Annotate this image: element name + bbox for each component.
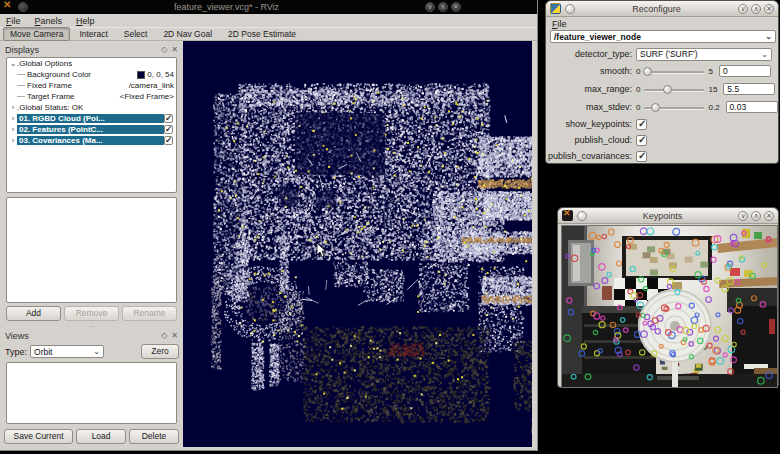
max-range-slider[interactable] [644, 84, 704, 95]
views-panel-title: Views [5, 331, 29, 341]
max-range-value-field[interactable]: 5.5 [723, 83, 775, 95]
window-menu-button[interactable] [18, 2, 28, 12]
publish-covariances-checkbox[interactable] [636, 151, 647, 162]
panel-close-icon[interactable]: ✕ [171, 45, 178, 55]
show-keypoints-checkbox[interactable] [636, 119, 647, 130]
node-select-combo[interactable]: /feature_viewer_node ⌄ [550, 30, 776, 43]
left-dock: Displays ◇ ✕ .Global Options Background … [0, 41, 183, 447]
window-menu-button[interactable] [565, 4, 575, 14]
detector-type-label: detector_type: [546, 49, 636, 59]
slider-handle[interactable] [651, 103, 660, 112]
maximize-icon[interactable] [751, 211, 761, 221]
publish-covariances-label: publish_covariances: [546, 151, 636, 161]
reconfigure-title: Reconfigure [579, 4, 734, 14]
prop-background-color[interactable]: Background Color [27, 70, 91, 79]
tree-global-status[interactable]: .Global Status: OK [17, 103, 83, 112]
3d-viewport[interactable] [183, 41, 532, 447]
minimize-icon[interactable] [738, 4, 748, 14]
detector-type-combo[interactable]: SURF ('SURF') ⌄ [636, 48, 772, 61]
tool-interact[interactable]: Interact [72, 27, 114, 41]
menu-file[interactable]: File [6, 16, 21, 26]
save-current-button[interactable]: Save Current [4, 429, 73, 444]
remove-button[interactable]: Remove [64, 306, 119, 321]
slider-min: 0 [636, 67, 640, 76]
tree-global-options[interactable]: .Global Options [17, 59, 72, 68]
slider-handle[interactable] [643, 67, 652, 76]
display-item-covariances[interactable]: 03. Covariances (Ma... [17, 136, 164, 145]
rviz-titlebar[interactable]: feature_viewer.vcg* - RViz [0, 0, 537, 14]
menubar: File Panels Help [0, 14, 537, 27]
python-icon [550, 3, 561, 14]
publish-cloud-checkbox[interactable] [636, 135, 647, 146]
pointcloud-canvas[interactable] [183, 41, 532, 447]
keypoints-app-icon [562, 210, 573, 221]
close-icon[interactable] [451, 2, 461, 12]
slider-max: 15 [708, 85, 717, 94]
views-list[interactable] [6, 362, 177, 424]
display-checkbox[interactable] [164, 114, 173, 123]
keypoints-image [561, 225, 778, 388]
window-title: feature_viewer.vcg* - RViz [28, 2, 425, 12]
max-stdev-value-field[interactable]: 0.03 [726, 101, 778, 113]
color-swatch[interactable] [137, 71, 145, 79]
close-icon[interactable] [764, 4, 774, 14]
tool-2d-nav-goal[interactable]: 2D Nav Goal [156, 27, 219, 41]
menu-file[interactable]: File [552, 19, 567, 29]
slider-max: 0.2 [708, 103, 719, 112]
displays-panel-title: Displays [5, 45, 39, 55]
display-checkbox[interactable] [164, 136, 173, 145]
display-item-features[interactable]: 02. Features (PointC... [17, 125, 164, 134]
prop-fixed-frame[interactable]: Fixed Frame [27, 81, 72, 90]
display-checkbox[interactable] [164, 125, 173, 134]
slider-handle[interactable] [663, 85, 672, 94]
rename-button[interactable]: Rename [122, 306, 177, 321]
prop-target-frame-value: <Fixed Frame> [120, 92, 174, 101]
undock-icon[interactable]: ◇ [161, 331, 167, 341]
close-icon[interactable] [764, 211, 774, 221]
view-type-combo[interactable]: Orbit ⌄ [30, 345, 104, 358]
maximize-icon[interactable] [751, 4, 761, 14]
views-panel-header: Views ◇ ✕ [2, 329, 181, 342]
view-type-value: Orbit [34, 347, 52, 357]
keypoints-titlebar[interactable]: Keypoints [558, 208, 778, 224]
smooth-value-field[interactable]: 0 [719, 65, 771, 77]
displays-tree[interactable]: .Global Options Background Color 0, 0, 5… [6, 57, 177, 193]
rviz-window: feature_viewer.vcg* - RViz File Panels H… [0, 0, 538, 451]
keypoints-window: Keypoints [557, 207, 779, 388]
zero-button[interactable]: Zero [141, 344, 179, 359]
prop-target-frame[interactable]: Target Frame [27, 92, 75, 101]
menu-help[interactable]: Help [76, 16, 95, 26]
show-keypoints-label: show_keypoints: [546, 119, 636, 129]
minimize-icon[interactable] [425, 2, 435, 12]
display-properties-box[interactable] [6, 197, 177, 303]
undock-icon[interactable]: ◇ [161, 45, 167, 55]
tool-2d-pose-estimate[interactable]: 2D Pose Estimate [221, 27, 303, 41]
panel-close-icon[interactable]: ✕ [171, 331, 178, 341]
window-menu-button[interactable] [577, 211, 587, 221]
smooth-slider[interactable] [644, 66, 704, 77]
expander-icon[interactable] [9, 59, 17, 68]
max-stdev-slider[interactable] [644, 102, 704, 113]
expander-icon[interactable] [9, 114, 17, 123]
slider-max: 5 [708, 67, 712, 76]
tree-line [17, 96, 25, 97]
detector-type-value: SURF ('SURF') [640, 49, 698, 59]
minimize-icon[interactable] [738, 211, 748, 221]
rviz-app-icon [3, 2, 13, 12]
toolbar: Move Camera Interact Select 2D Nav Goal … [0, 27, 537, 41]
tool-select[interactable]: Select [117, 27, 155, 41]
expander-icon[interactable] [9, 125, 17, 134]
display-item-rgbd-cloud[interactable]: 01. RGBD Cloud (Poi... [17, 114, 164, 123]
maximize-icon[interactable] [438, 2, 448, 12]
delete-button[interactable]: Delete [129, 429, 179, 444]
prop-background-color-value: 0, 0, 54 [147, 70, 174, 79]
tool-move-camera[interactable]: Move Camera [3, 27, 70, 41]
reconfigure-titlebar[interactable]: Reconfigure [546, 1, 778, 17]
publish-cloud-label: publish_cloud: [546, 135, 636, 145]
expander-icon[interactable] [9, 136, 17, 145]
menu-panels[interactable]: Panels [35, 16, 63, 26]
load-button[interactable]: Load [76, 429, 126, 444]
add-button[interactable]: Add [6, 306, 61, 321]
expander-icon[interactable] [9, 103, 17, 112]
chevron-down-icon: ⌄ [765, 32, 772, 41]
